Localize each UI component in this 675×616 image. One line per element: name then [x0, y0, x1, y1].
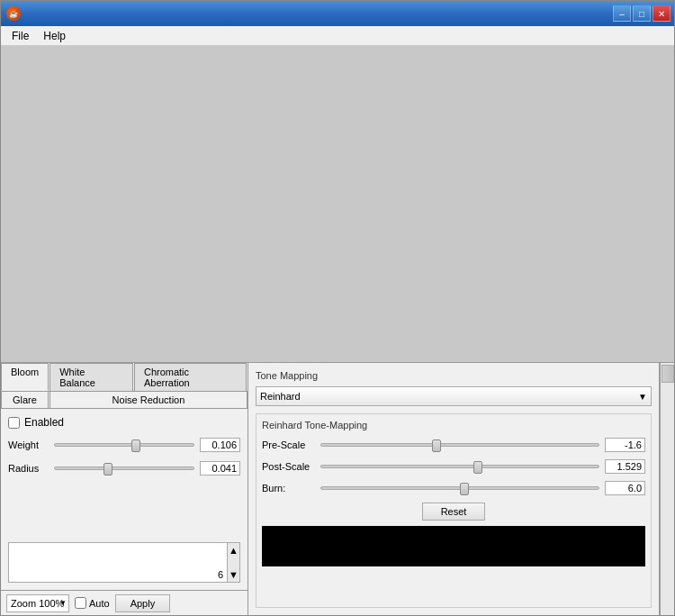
- burn-row: Burn:: [262, 481, 645, 495]
- post-scale-thumb[interactable]: [473, 461, 482, 474]
- maximize-button[interactable]: □: [633, 5, 651, 22]
- weight-value[interactable]: [200, 438, 240, 452]
- preview-thumbnail: [262, 526, 645, 566]
- burn-label: Burn:: [262, 483, 320, 494]
- pre-scale-label: Pre-Scale: [262, 439, 320, 450]
- enabled-row: Enabled: [8, 416, 240, 429]
- burn-value[interactable]: [605, 481, 645, 495]
- tab-white-balance[interactable]: White Balance: [50, 363, 133, 391]
- dropdown-value: Reinhard: [260, 391, 301, 402]
- tab-chromatic-aberration[interactable]: Chromatic Aberration: [134, 363, 247, 391]
- dropdown-row: Reinhard ▼: [256, 386, 652, 406]
- zoom-label: Zoom 100%: [11, 598, 64, 609]
- radius-slider[interactable]: [54, 467, 194, 470]
- pre-scale-value[interactable]: [605, 438, 645, 452]
- auto-checkbox[interactable]: [75, 597, 86, 609]
- preview-canvas: [1, 46, 674, 362]
- auto-label: Auto: [89, 598, 110, 609]
- menu-help[interactable]: Help: [36, 28, 73, 44]
- radius-thumb[interactable]: [104, 463, 112, 476]
- tab-glare[interactable]: Glare: [1, 392, 49, 408]
- scroll-up-arrow[interactable]: ▲: [229, 545, 238, 556]
- post-scale-value[interactable]: [605, 459, 645, 474]
- radius-value[interactable]: [200, 461, 240, 476]
- reset-button[interactable]: Reset: [422, 503, 486, 521]
- burn-slider[interactable]: [320, 486, 599, 490]
- close-button[interactable]: ✕: [652, 5, 670, 22]
- app-icon: ☕: [6, 6, 21, 21]
- main-window: ☕ – □ ✕ File Help Bloom White Balance: [0, 0, 675, 616]
- post-scale-row: Post-Scale: [262, 459, 645, 474]
- log-scrollbar[interactable]: ▲ ▼: [227, 543, 239, 582]
- zoom-select[interactable]: Zoom 100% ▼: [6, 594, 69, 612]
- log-number: 6: [218, 569, 223, 580]
- scrollbar-thumb[interactable]: [662, 365, 674, 383]
- right-scrollbar[interactable]: [660, 363, 674, 615]
- pre-scale-slider[interactable]: [320, 443, 599, 447]
- left-panel: Bloom White Balance Chromatic Aberration…: [1, 363, 248, 615]
- enabled-label: Enabled: [24, 416, 64, 429]
- panel-content: Enabled Weight Radius: [1, 409, 248, 590]
- tone-mapping-dropdown[interactable]: Reinhard ▼: [256, 386, 652, 406]
- apply-button[interactable]: Apply: [115, 594, 171, 612]
- title-bar-left: ☕: [6, 6, 24, 21]
- sub-section: Reinhard Tone-Mapping Pre-Scale Post-Sca…: [256, 413, 652, 608]
- title-bar-controls: – □ ✕: [613, 5, 670, 22]
- bottom-panel: Bloom White Balance Chromatic Aberration…: [1, 363, 674, 615]
- dropdown-arrow: ▼: [638, 392, 647, 402]
- right-panel: Tone Mapping Reinhard ▼ Reinhard Tone-Ma…: [248, 363, 660, 615]
- tone-mapping-label: Tone Mapping: [256, 370, 652, 381]
- weight-row: Weight: [8, 438, 240, 452]
- auto-checkbox-row: Auto: [75, 597, 110, 609]
- pre-scale-thumb[interactable]: [432, 439, 441, 452]
- weight-thumb[interactable]: [131, 439, 140, 452]
- menu-bar: File Help: [1, 26, 674, 46]
- minimize-button[interactable]: –: [613, 5, 631, 22]
- enabled-checkbox[interactable]: [8, 417, 20, 429]
- radius-row: Radius: [8, 461, 240, 476]
- post-scale-slider[interactable]: [320, 465, 599, 468]
- tabs-row1: Bloom White Balance Chromatic Aberration: [1, 363, 248, 392]
- weight-label: Weight: [8, 439, 49, 450]
- tabs-row2: Glare Noise Reduction: [1, 392, 248, 409]
- title-bar: ☕ – □ ✕: [1, 1, 674, 26]
- scroll-down-arrow[interactable]: ▼: [229, 569, 238, 580]
- sub-section-label: Reinhard Tone-Mapping: [262, 420, 645, 430]
- tab-bloom[interactable]: Bloom: [1, 363, 49, 391]
- tab-noise-reduction[interactable]: Noise Reduction: [50, 392, 248, 408]
- post-scale-label: Post-Scale: [262, 461, 320, 472]
- radius-label: Radius: [8, 463, 49, 474]
- main-content: Bloom White Balance Chromatic Aberration…: [1, 46, 674, 615]
- bottom-toolbar: Zoom 100% ▼ Auto Apply: [1, 590, 248, 615]
- zoom-dropdown-arrow: ▼: [59, 599, 67, 607]
- preview-area: [1, 46, 674, 363]
- burn-thumb[interactable]: [460, 483, 469, 495]
- menu-file[interactable]: File: [4, 28, 36, 44]
- weight-slider[interactable]: [54, 443, 194, 447]
- log-area: 6 ▲ ▼: [8, 542, 240, 583]
- pre-scale-row: Pre-Scale: [262, 438, 645, 452]
